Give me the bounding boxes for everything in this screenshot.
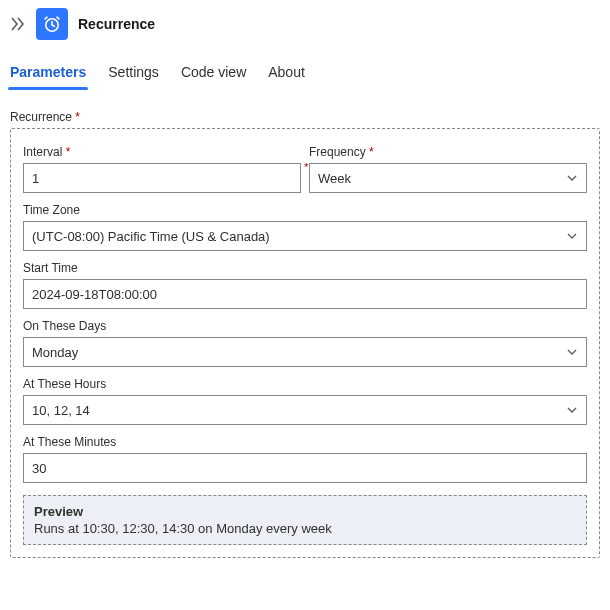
section-label-recurrence: Recurrence xyxy=(10,110,600,124)
tabs: Parameters Settings Code view About xyxy=(10,54,600,90)
timezone-value: (UTC-08:00) Pacific Time (US & Canada) xyxy=(32,229,566,244)
label-on-days: On These Days xyxy=(23,319,587,333)
at-hours-select[interactable]: 10, 12, 14 xyxy=(23,395,587,425)
tab-settings[interactable]: Settings xyxy=(108,60,159,90)
preview-body: Runs at 10:30, 12:30, 14:30 on Monday ev… xyxy=(34,521,576,536)
tab-label: Parameters xyxy=(10,64,86,80)
card-header: Recurrence xyxy=(10,8,600,54)
label-start-time: Start Time xyxy=(23,261,587,275)
label-at-minutes: At These Minutes xyxy=(23,435,587,449)
interval-value: 1 xyxy=(32,171,292,186)
preview-title: Preview xyxy=(34,504,576,519)
chevron-down-icon xyxy=(566,404,578,416)
preview-box: Preview Runs at 10:30, 12:30, 14:30 on M… xyxy=(23,495,587,545)
tab-label: Settings xyxy=(108,64,159,80)
at-minutes-input[interactable]: 30 xyxy=(23,453,587,483)
tab-about[interactable]: About xyxy=(268,60,305,90)
required-star-icon: * xyxy=(304,162,308,173)
collapse-icon[interactable] xyxy=(10,17,26,31)
chevron-down-icon xyxy=(566,230,578,242)
start-time-input[interactable]: 2024-09-18T08:00:00 xyxy=(23,279,587,309)
action-title: Recurrence xyxy=(78,16,155,32)
label-timezone: Time Zone xyxy=(23,203,587,217)
label-interval: Interval xyxy=(23,145,301,159)
label-frequency: Frequency xyxy=(309,145,587,159)
label-at-hours: At These Hours xyxy=(23,377,587,391)
recurrence-fieldset: Interval 1 Frequency * Week Time Zone xyxy=(10,128,600,558)
tab-code-view[interactable]: Code view xyxy=(181,60,246,90)
on-days-value: Monday xyxy=(32,345,566,360)
chevron-down-icon xyxy=(566,172,578,184)
chevron-down-icon xyxy=(566,346,578,358)
timezone-select[interactable]: (UTC-08:00) Pacific Time (US & Canada) xyxy=(23,221,587,251)
at-minutes-value: 30 xyxy=(32,461,578,476)
at-hours-value: 10, 12, 14 xyxy=(32,403,566,418)
start-time-value: 2024-09-18T08:00:00 xyxy=(32,287,578,302)
tab-label: Code view xyxy=(181,64,246,80)
interval-input[interactable]: 1 xyxy=(23,163,301,193)
recurrence-clock-icon xyxy=(36,8,68,40)
frequency-value: Week xyxy=(318,171,566,186)
frequency-select[interactable]: * Week xyxy=(309,163,587,193)
on-days-select[interactable]: Monday xyxy=(23,337,587,367)
tab-label: About xyxy=(268,64,305,80)
tab-parameters[interactable]: Parameters xyxy=(10,60,86,90)
